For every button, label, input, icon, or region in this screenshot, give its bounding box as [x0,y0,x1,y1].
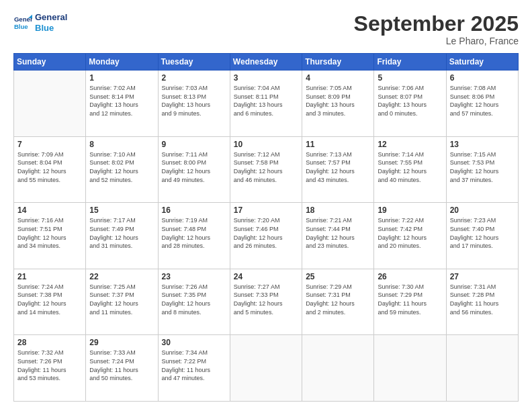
calendar-cell: 25Sunrise: 7:29 AM Sunset: 7:31 PM Dayli… [302,269,374,335]
logo-line1: General [35,12,67,23]
day-info: Sunrise: 7:08 AM Sunset: 8:06 PM Dayligh… [450,84,515,118]
calendar-cell [302,335,374,402]
calendar-cell: 2Sunrise: 7:03 AM Sunset: 8:13 PM Daylig… [158,71,230,137]
header-thursday: Thursday [302,54,374,71]
calendar-cell: 7Sunrise: 7:09 AM Sunset: 8:04 PM Daylig… [14,136,86,203]
day-number: 29 [89,338,154,347]
day-info: Sunrise: 7:26 AM Sunset: 7:35 PM Dayligh… [162,283,226,316]
day-info: Sunrise: 7:24 AM Sunset: 7:38 PM Dayligh… [17,283,82,316]
calendar-cell [230,335,302,402]
calendar-cell: 17Sunrise: 7:20 AM Sunset: 7:46 PM Dayli… [230,203,302,269]
title-block: September 2025 Le Pharo, France [354,12,519,46]
calendar-cell: 20Sunrise: 7:23 AM Sunset: 7:40 PM Dayli… [446,203,518,269]
day-number: 10 [234,140,298,149]
logo-line2: Blue [35,23,67,34]
header-monday: Monday [86,54,158,71]
location: Le Pharo, France [354,36,519,46]
day-number: 15 [89,205,154,215]
day-info: Sunrise: 7:11 AM Sunset: 8:00 PM Dayligh… [162,150,226,184]
day-number: 25 [306,272,370,281]
day-info: Sunrise: 7:29 AM Sunset: 7:31 PM Dayligh… [306,283,370,316]
week-row-2: 7Sunrise: 7:09 AM Sunset: 8:04 PM Daylig… [14,136,519,203]
day-info: Sunrise: 7:30 AM Sunset: 7:29 PM Dayligh… [378,283,442,316]
logo-text: General Blue [35,12,67,33]
day-number: 3 [234,73,298,83]
header-wednesday: Wednesday [230,54,302,71]
day-info: Sunrise: 7:14 AM Sunset: 7:55 PM Dayligh… [378,150,442,184]
day-number: 6 [450,73,515,83]
svg-text:General: General [14,15,32,23]
day-number: 12 [378,140,442,149]
calendar-header-row: Sunday Monday Tuesday Wednesday Thursday… [14,54,519,71]
calendar-cell: 6Sunrise: 7:08 AM Sunset: 8:06 PM Daylig… [446,71,518,137]
day-number: 23 [162,272,226,281]
day-info: Sunrise: 7:15 AM Sunset: 7:53 PM Dayligh… [450,150,515,184]
calendar-cell: 27Sunrise: 7:31 AM Sunset: 7:28 PM Dayli… [446,269,518,335]
day-info: Sunrise: 7:34 AM Sunset: 7:22 PM Dayligh… [162,349,226,382]
day-number: 7 [17,140,82,149]
day-info: Sunrise: 7:20 AM Sunset: 7:46 PM Dayligh… [234,216,298,250]
page: General Blue General Blue September 2025… [0,0,532,411]
week-row-3: 14Sunrise: 7:16 AM Sunset: 7:51 PM Dayli… [14,203,519,269]
day-number: 21 [17,272,82,281]
day-info: Sunrise: 7:32 AM Sunset: 7:26 PM Dayligh… [17,349,82,382]
day-number: 24 [234,272,298,281]
calendar-cell [446,335,518,402]
day-info: Sunrise: 7:27 AM Sunset: 7:33 PM Dayligh… [234,283,298,316]
calendar-cell: 10Sunrise: 7:12 AM Sunset: 7:58 PM Dayli… [230,136,302,203]
calendar-cell: 30Sunrise: 7:34 AM Sunset: 7:22 PM Dayli… [158,335,230,402]
day-number: 18 [306,205,370,215]
logo-icon: General Blue [13,13,32,32]
day-info: Sunrise: 7:12 AM Sunset: 7:58 PM Dayligh… [234,150,298,184]
header-tuesday: Tuesday [158,54,230,71]
day-info: Sunrise: 7:05 AM Sunset: 8:09 PM Dayligh… [306,84,370,118]
day-info: Sunrise: 7:22 AM Sunset: 7:42 PM Dayligh… [378,216,442,250]
week-row-5: 28Sunrise: 7:32 AM Sunset: 7:26 PM Dayli… [14,335,519,402]
day-info: Sunrise: 7:10 AM Sunset: 8:02 PM Dayligh… [89,150,154,184]
calendar-cell: 16Sunrise: 7:19 AM Sunset: 7:48 PM Dayli… [158,203,230,269]
day-info: Sunrise: 7:06 AM Sunset: 8:07 PM Dayligh… [378,84,442,118]
month-title: September 2025 [354,12,519,36]
day-number: 14 [17,205,82,215]
calendar-cell: 11Sunrise: 7:13 AM Sunset: 7:57 PM Dayli… [302,136,374,203]
calendar-cell: 15Sunrise: 7:17 AM Sunset: 7:49 PM Dayli… [86,203,158,269]
day-number: 22 [89,272,154,281]
day-number: 2 [162,73,226,83]
day-info: Sunrise: 7:03 AM Sunset: 8:13 PM Dayligh… [162,84,226,118]
day-number: 20 [450,205,515,215]
calendar-cell: 18Sunrise: 7:21 AM Sunset: 7:44 PM Dayli… [302,203,374,269]
day-info: Sunrise: 7:23 AM Sunset: 7:40 PM Dayligh… [450,216,515,250]
calendar-cell: 29Sunrise: 7:33 AM Sunset: 7:24 PM Dayli… [86,335,158,402]
day-info: Sunrise: 7:19 AM Sunset: 7:48 PM Dayligh… [162,216,226,250]
day-info: Sunrise: 7:04 AM Sunset: 8:11 PM Dayligh… [234,84,298,118]
day-info: Sunrise: 7:33 AM Sunset: 7:24 PM Dayligh… [89,349,154,382]
calendar-cell: 3Sunrise: 7:04 AM Sunset: 8:11 PM Daylig… [230,71,302,137]
day-number: 19 [378,205,442,215]
header-saturday: Saturday [446,54,518,71]
day-info: Sunrise: 7:16 AM Sunset: 7:51 PM Dayligh… [17,216,82,250]
day-number: 17 [234,205,298,215]
day-number: 1 [89,73,154,83]
svg-text:Blue: Blue [14,22,28,30]
calendar-cell: 21Sunrise: 7:24 AM Sunset: 7:38 PM Dayli… [14,269,86,335]
day-number: 11 [306,140,370,149]
calendar-table: Sunday Monday Tuesday Wednesday Thursday… [13,53,519,402]
calendar-cell [374,335,446,402]
header-sunday: Sunday [14,54,86,71]
week-row-1: 1Sunrise: 7:02 AM Sunset: 8:14 PM Daylig… [14,71,519,137]
day-info: Sunrise: 7:13 AM Sunset: 7:57 PM Dayligh… [306,150,370,184]
calendar-cell: 26Sunrise: 7:30 AM Sunset: 7:29 PM Dayli… [374,269,446,335]
calendar-cell: 13Sunrise: 7:15 AM Sunset: 7:53 PM Dayli… [446,136,518,203]
calendar-cell: 28Sunrise: 7:32 AM Sunset: 7:26 PM Dayli… [14,335,86,402]
day-info: Sunrise: 7:17 AM Sunset: 7:49 PM Dayligh… [89,216,154,250]
calendar-cell: 5Sunrise: 7:06 AM Sunset: 8:07 PM Daylig… [374,71,446,137]
day-info: Sunrise: 7:02 AM Sunset: 8:14 PM Dayligh… [89,84,154,118]
calendar-cell: 14Sunrise: 7:16 AM Sunset: 7:51 PM Dayli… [14,203,86,269]
week-row-4: 21Sunrise: 7:24 AM Sunset: 7:38 PM Dayli… [14,269,519,335]
calendar-cell: 19Sunrise: 7:22 AM Sunset: 7:42 PM Dayli… [374,203,446,269]
calendar-cell: 8Sunrise: 7:10 AM Sunset: 8:02 PM Daylig… [86,136,158,203]
day-info: Sunrise: 7:09 AM Sunset: 8:04 PM Dayligh… [17,150,82,184]
day-info: Sunrise: 7:21 AM Sunset: 7:44 PM Dayligh… [306,216,370,250]
calendar-cell: 24Sunrise: 7:27 AM Sunset: 7:33 PM Dayli… [230,269,302,335]
day-number: 30 [162,338,226,347]
